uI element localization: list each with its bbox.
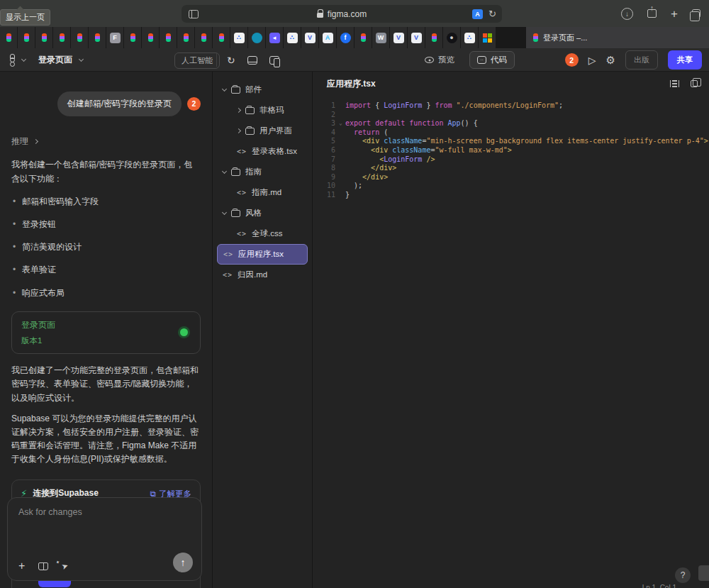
- pinned-tab[interactable]: [71, 27, 88, 48]
- code-lines[interactable]: 1import { LoginForm } from "./components…: [313, 96, 709, 200]
- tree-item-菲格玛[interactable]: 菲格玛: [217, 100, 308, 121]
- pinned-tab[interactable]: ●: [443, 27, 460, 48]
- split-view-icon[interactable]: [269, 56, 279, 65]
- token-at: className: [392, 146, 430, 155]
- figma-menu-icon[interactable]: [10, 54, 15, 67]
- pinned-tab[interactable]: [177, 27, 194, 48]
- token-fn: App: [448, 119, 461, 128]
- pinned-tab[interactable]: [425, 27, 442, 48]
- fold-gutter: [339, 155, 345, 165]
- pinned-tab[interactable]: V: [301, 27, 318, 48]
- tab-overview-icon[interactable]: [692, 9, 700, 18]
- tree-item-全球.css[interactable]: <>全球.css: [217, 223, 308, 244]
- pinned-tab[interactable]: f: [337, 27, 354, 48]
- token-pn: }: [345, 191, 350, 200]
- fold-gutter: [339, 173, 345, 182]
- code-line: 5 <div className="min-h-screen bg-backgr…: [323, 137, 709, 146]
- send-button[interactable]: ↑: [173, 553, 193, 572]
- feature-item: 响应式布局: [11, 287, 201, 300]
- format-code-icon[interactable]: [670, 80, 679, 87]
- translate-icon[interactable]: A: [472, 9, 483, 19]
- editor-file-name: 应用程序.tsx: [327, 78, 670, 90]
- publish-button[interactable]: 出版: [625, 50, 658, 70]
- view-switcher: 预览 ·· 代码: [417, 51, 515, 69]
- token-kw: from: [435, 101, 456, 111]
- fold-icon[interactable]: ⌄: [339, 119, 345, 128]
- downloads-icon[interactable]: ↓: [621, 8, 633, 20]
- pinned-tab[interactable]: [0, 27, 17, 48]
- figma-tab-icon: [361, 33, 366, 42]
- pinned-tab[interactable]: V: [390, 27, 407, 48]
- user-message-bubble: 创建邮箱/密码字段的登录页: [57, 91, 182, 116]
- tree-item-部件[interactable]: 部件: [217, 79, 308, 100]
- tab-preview[interactable]: 预览: [417, 51, 462, 69]
- active-tab[interactable]: 登录页面 –...: [526, 27, 709, 48]
- token-tg: <div: [345, 137, 384, 146]
- code-line: 10 );: [323, 182, 709, 191]
- pinned-tab[interactable]: [248, 27, 265, 48]
- pinned-tab[interactable]: ∴: [230, 27, 247, 48]
- folder-icon: [231, 210, 240, 217]
- figma-tab-icon: [24, 33, 29, 42]
- pinned-tab[interactable]: [89, 27, 106, 48]
- tree-item-指南[interactable]: 指南: [217, 162, 308, 182]
- pinned-tab[interactable]: V: [408, 27, 425, 48]
- pinned-tab[interactable]: [354, 27, 372, 48]
- version-card-version: 版本1: [21, 334, 55, 347]
- gear-icon[interactable]: ⚙: [606, 54, 615, 67]
- pinned-tab[interactable]: [195, 27, 212, 48]
- url-bar[interactable]: figma.com A ↻: [182, 5, 502, 23]
- feature-list: 邮箱和密码输入字段登录按钮简洁美观的设计表单验证响应式布局: [11, 195, 201, 300]
- version-card[interactable]: 登录页面 版本1: [11, 311, 201, 355]
- tab-strip-pinned: F∴◂∴VAfWVV●∴: [0, 27, 496, 48]
- figma-tab-icon: [184, 33, 189, 42]
- token-pn: () {: [461, 119, 478, 128]
- tab-code[interactable]: ·· 代码: [469, 51, 515, 69]
- chevron-down-icon[interactable]: [79, 56, 84, 61]
- share-icon[interactable]: [647, 9, 657, 18]
- guidelines-icon[interactable]: [38, 562, 48, 570]
- tree-item-应用程序.tsx[interactable]: <>应用程序.tsx: [217, 244, 308, 265]
- point-edit-icon[interactable]: ➤: [60, 560, 69, 571]
- console-panel-icon[interactable]: [247, 56, 257, 65]
- pinned-tab[interactable]: [142, 27, 159, 48]
- pinned-tab[interactable]: [124, 27, 141, 48]
- pinned-tab[interactable]: [35, 27, 52, 48]
- help-button[interactable]: ?: [675, 567, 691, 583]
- pinned-tab[interactable]: A: [319, 27, 336, 48]
- tree-item-登录表格.tsx[interactable]: <>登录表格.tsx: [217, 141, 308, 162]
- play-icon[interactable]: ▷: [588, 55, 596, 66]
- pinned-tab[interactable]: F: [106, 27, 123, 48]
- token-kw: import: [345, 101, 375, 111]
- pinned-tab[interactable]: ◂: [266, 27, 283, 48]
- chevron-down-icon[interactable]: [21, 56, 26, 61]
- browser-circle-tab-icon: [252, 33, 262, 43]
- tree-item-用户界面[interactable]: 用户界面: [217, 121, 308, 141]
- assistant-intro: 我将创建一个包含邮箱/密码字段的登录页面，包含以下功能：: [11, 158, 201, 185]
- share-button[interactable]: 共享: [668, 50, 702, 70]
- pinned-tab[interactable]: [160, 27, 177, 48]
- pinned-tab[interactable]: W: [372, 27, 389, 48]
- attach-icon[interactable]: +: [18, 560, 25, 572]
- pinned-tab[interactable]: ∴: [461, 27, 478, 48]
- reload-icon[interactable]: ↻: [489, 9, 496, 19]
- tree-item-归因.md[interactable]: <>归因.md: [217, 265, 308, 285]
- token-id: LoginForm: [384, 155, 422, 165]
- prompt-input[interactable]: Ask for changes + ➤ ↑: [7, 497, 202, 581]
- pinned-tab[interactable]: [53, 27, 70, 48]
- copy-code-icon[interactable]: [691, 80, 698, 87]
- reasoning-toggle[interactable]: 推理: [11, 135, 201, 148]
- pinned-tab[interactable]: ∴: [284, 27, 301, 48]
- pinned-tab[interactable]: [213, 27, 230, 48]
- notification-badge[interactable]: 2: [565, 53, 579, 67]
- tree-item-风格[interactable]: 风格: [217, 203, 308, 223]
- line-number: 4: [323, 128, 335, 138]
- token-st: "min-h-screen bg-background flex items-c…: [426, 137, 703, 146]
- new-tab-icon[interactable]: +: [671, 8, 678, 20]
- pinned-tab[interactable]: [479, 27, 496, 48]
- tree-item-指南.md[interactable]: <>指南.md: [217, 182, 308, 203]
- refresh-icon[interactable]: ↻: [227, 55, 235, 66]
- file-tree: 部件菲格玛用户界面<>登录表格.tsx指南<>指南.md风格<>全球.css<>…: [213, 72, 312, 285]
- file-title[interactable]: 登录页面: [38, 54, 72, 66]
- pinned-tab[interactable]: [18, 27, 35, 48]
